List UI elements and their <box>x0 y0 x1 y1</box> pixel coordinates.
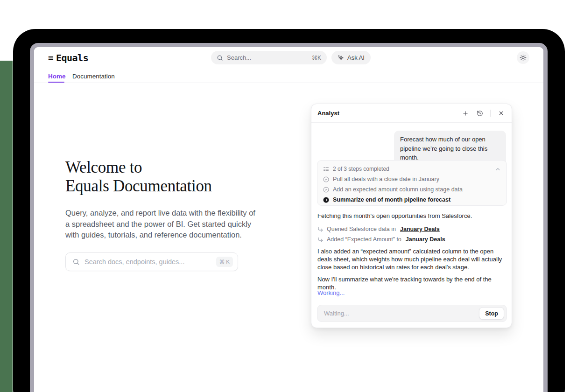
step-label: Summarize end of month pipeline forecast <box>333 196 450 203</box>
tool-call-text: Added “Expected Amount” to <box>327 236 401 243</box>
step-item-active: Summarize end of month pipeline forecast <box>323 196 450 204</box>
assistant-message: I also added an “expected amount” calcul… <box>317 248 507 271</box>
app-window: = Equals Search... ⌘K Ask AI Home Docume… <box>30 43 548 392</box>
step-label: Pull all deals with a close date in Janu… <box>333 176 439 182</box>
steps-summary: 2 of 3 steps completed <box>333 166 491 172</box>
close-panel-button[interactable] <box>496 108 506 119</box>
sun-icon <box>520 54 527 61</box>
tool-call-text: Queried Salesforce data in <box>327 226 396 232</box>
new-chat-button[interactable] <box>460 108 471 119</box>
active-tab-underline <box>48 82 64 83</box>
equals-logo[interactable]: = Equals <box>48 52 88 64</box>
theme-toggle-button[interactable] <box>517 51 529 64</box>
chat-input-placeholder: Waiting... <box>324 310 479 317</box>
step-item: Add an expected amount column using stag… <box>323 185 463 194</box>
corner-down-right-icon <box>317 226 324 232</box>
page-title: Welcome to Equals Documentation <box>65 158 212 196</box>
sparkles-icon <box>338 55 344 61</box>
step-item: Pull all deals with a close date in Janu… <box>323 175 439 183</box>
january-deals-link[interactable]: January Deals <box>400 226 440 232</box>
chat-input[interactable]: Waiting... Stop <box>317 305 507 322</box>
page: = Equals Search... ⌘K Ask AI Home Docume… <box>0 0 577 392</box>
step-label: Add an expected amount column using stag… <box>333 186 463 193</box>
analyst-panel: Analyst Forecast how muc <box>311 104 512 328</box>
docs-search-input[interactable]: Search docs, endpoints, guides... ⌘ K <box>65 252 238 271</box>
page-title-line1: Welcome to <box>65 158 212 177</box>
global-search-input[interactable]: Search... ⌘K <box>211 51 327 64</box>
assistant-message: Now I'll summarize what we're tracking t… <box>317 275 507 291</box>
plus-icon <box>462 110 469 117</box>
global-search-shortcut: ⌘K <box>312 55 321 61</box>
search-icon <box>217 55 223 61</box>
tab-home[interactable]: Home <box>48 73 66 80</box>
search-icon <box>72 258 80 266</box>
stop-button[interactable]: Stop <box>479 307 504 320</box>
header-divider <box>490 110 491 117</box>
tool-call-line: Queried Salesforce data in January Deals <box>317 225 440 233</box>
ask-ai-button[interactable]: Ask AI <box>331 51 371 64</box>
analyst-panel-title: Analyst <box>317 110 460 117</box>
assistant-message: Fetching this month's open opportunities… <box>317 212 472 220</box>
global-search-placeholder: Search... <box>227 54 312 61</box>
check-circle-icon <box>323 187 329 193</box>
page-title-line2: Equals Documentation <box>65 177 212 196</box>
steps-card: 2 of 3 steps completed Pull all deals wi… <box>317 160 507 206</box>
arrow-right-circle-icon <box>323 197 329 203</box>
tool-call-line: Added “Expected Amount” to January Deals <box>317 236 445 243</box>
background-green-edge <box>0 61 13 392</box>
ask-ai-label: Ask AI <box>347 54 365 61</box>
tab-documentation[interactable]: Documentation <box>72 73 115 80</box>
app-header: = Equals Search... ⌘K Ask AI Home Docume… <box>34 47 543 83</box>
chat-history-button[interactable] <box>475 108 485 119</box>
equals-logo-mark: = <box>48 53 53 63</box>
docs-search-placeholder: Search docs, endpoints, guides... <box>84 258 216 266</box>
january-deals-link[interactable]: January Deals <box>406 236 445 243</box>
working-status: Working... <box>317 289 345 297</box>
history-icon <box>477 110 483 117</box>
steps-card-header[interactable]: 2 of 3 steps completed <box>323 165 501 173</box>
docs-search-shortcut: ⌘ K <box>216 257 233 267</box>
close-icon <box>498 110 504 116</box>
chevron-up-icon[interactable] <box>495 166 501 172</box>
analyst-panel-header: Analyst <box>311 104 512 123</box>
corner-down-right-icon <box>317 237 324 243</box>
list-checks-icon <box>323 166 329 172</box>
equals-logo-text: Equals <box>56 52 88 63</box>
check-circle-icon <box>323 176 329 182</box>
page-description: Query, analyze, and report live data wit… <box>65 208 260 241</box>
